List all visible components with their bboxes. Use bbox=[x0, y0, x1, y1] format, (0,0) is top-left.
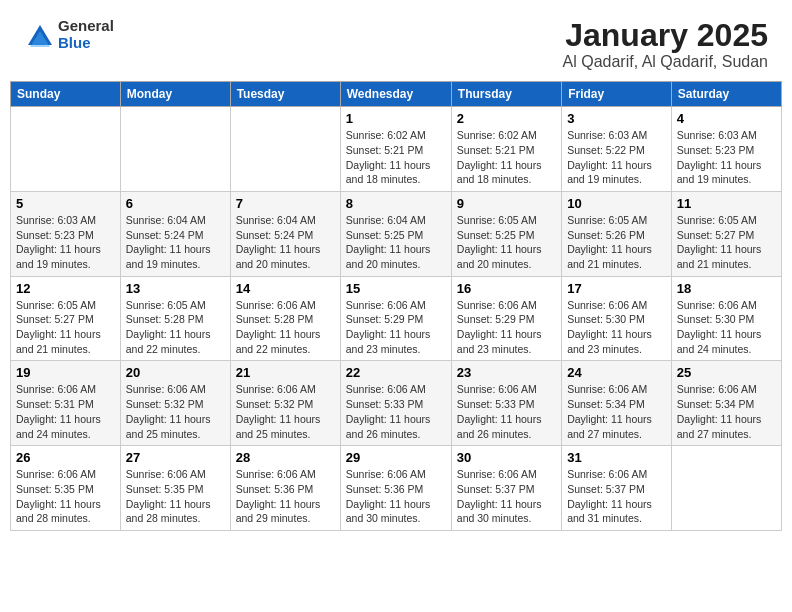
calendar-cell: 10Sunrise: 6:05 AM Sunset: 5:26 PM Dayli… bbox=[562, 191, 672, 276]
day-number: 31 bbox=[567, 450, 666, 465]
calendar-table: SundayMondayTuesdayWednesdayThursdayFrid… bbox=[10, 81, 782, 531]
logo: General Blue bbox=[24, 18, 114, 51]
day-info: Sunrise: 6:06 AM Sunset: 5:34 PM Dayligh… bbox=[677, 382, 776, 441]
calendar-cell: 11Sunrise: 6:05 AM Sunset: 5:27 PM Dayli… bbox=[671, 191, 781, 276]
day-info: Sunrise: 6:06 AM Sunset: 5:29 PM Dayligh… bbox=[346, 298, 446, 357]
logo-blue: Blue bbox=[58, 35, 114, 52]
calendar-cell: 16Sunrise: 6:06 AM Sunset: 5:29 PM Dayli… bbox=[451, 276, 561, 361]
calendar-cell: 27Sunrise: 6:06 AM Sunset: 5:35 PM Dayli… bbox=[120, 446, 230, 531]
title-block: January 2025 Al Qadarif, Al Qadarif, Sud… bbox=[563, 18, 768, 71]
day-number: 7 bbox=[236, 196, 335, 211]
day-number: 26 bbox=[16, 450, 115, 465]
day-number: 20 bbox=[126, 365, 225, 380]
day-number: 27 bbox=[126, 450, 225, 465]
day-info: Sunrise: 6:02 AM Sunset: 5:21 PM Dayligh… bbox=[346, 128, 446, 187]
calendar-header-row: SundayMondayTuesdayWednesdayThursdayFrid… bbox=[11, 82, 782, 107]
day-number: 21 bbox=[236, 365, 335, 380]
day-header-thursday: Thursday bbox=[451, 82, 561, 107]
calendar-cell: 9Sunrise: 6:05 AM Sunset: 5:25 PM Daylig… bbox=[451, 191, 561, 276]
logo-icon bbox=[24, 21, 52, 49]
day-number: 19 bbox=[16, 365, 115, 380]
calendar-cell: 8Sunrise: 6:04 AM Sunset: 5:25 PM Daylig… bbox=[340, 191, 451, 276]
day-info: Sunrise: 6:03 AM Sunset: 5:23 PM Dayligh… bbox=[16, 213, 115, 272]
calendar-cell bbox=[230, 107, 340, 192]
calendar-week-row: 12Sunrise: 6:05 AM Sunset: 5:27 PM Dayli… bbox=[11, 276, 782, 361]
day-number: 9 bbox=[457, 196, 556, 211]
page-subtitle: Al Qadarif, Al Qadarif, Sudan bbox=[563, 53, 768, 71]
day-info: Sunrise: 6:06 AM Sunset: 5:32 PM Dayligh… bbox=[126, 382, 225, 441]
day-info: Sunrise: 6:03 AM Sunset: 5:23 PM Dayligh… bbox=[677, 128, 776, 187]
day-number: 15 bbox=[346, 281, 446, 296]
calendar-cell: 23Sunrise: 6:06 AM Sunset: 5:33 PM Dayli… bbox=[451, 361, 561, 446]
calendar-cell: 13Sunrise: 6:05 AM Sunset: 5:28 PM Dayli… bbox=[120, 276, 230, 361]
day-number: 2 bbox=[457, 111, 556, 126]
day-info: Sunrise: 6:06 AM Sunset: 5:29 PM Dayligh… bbox=[457, 298, 556, 357]
calendar-cell: 6Sunrise: 6:04 AM Sunset: 5:24 PM Daylig… bbox=[120, 191, 230, 276]
calendar-cell: 26Sunrise: 6:06 AM Sunset: 5:35 PM Dayli… bbox=[11, 446, 121, 531]
day-info: Sunrise: 6:06 AM Sunset: 5:31 PM Dayligh… bbox=[16, 382, 115, 441]
calendar-cell bbox=[11, 107, 121, 192]
day-info: Sunrise: 6:06 AM Sunset: 5:33 PM Dayligh… bbox=[457, 382, 556, 441]
calendar-cell: 28Sunrise: 6:06 AM Sunset: 5:36 PM Dayli… bbox=[230, 446, 340, 531]
calendar-cell: 7Sunrise: 6:04 AM Sunset: 5:24 PM Daylig… bbox=[230, 191, 340, 276]
calendar-week-row: 26Sunrise: 6:06 AM Sunset: 5:35 PM Dayli… bbox=[11, 446, 782, 531]
calendar-cell: 25Sunrise: 6:06 AM Sunset: 5:34 PM Dayli… bbox=[671, 361, 781, 446]
day-number: 23 bbox=[457, 365, 556, 380]
calendar-cell: 12Sunrise: 6:05 AM Sunset: 5:27 PM Dayli… bbox=[11, 276, 121, 361]
calendar-week-row: 19Sunrise: 6:06 AM Sunset: 5:31 PM Dayli… bbox=[11, 361, 782, 446]
day-info: Sunrise: 6:04 AM Sunset: 5:24 PM Dayligh… bbox=[236, 213, 335, 272]
day-info: Sunrise: 6:05 AM Sunset: 5:27 PM Dayligh… bbox=[677, 213, 776, 272]
day-number: 28 bbox=[236, 450, 335, 465]
calendar-cell: 30Sunrise: 6:06 AM Sunset: 5:37 PM Dayli… bbox=[451, 446, 561, 531]
day-info: Sunrise: 6:03 AM Sunset: 5:22 PM Dayligh… bbox=[567, 128, 666, 187]
calendar-cell bbox=[120, 107, 230, 192]
calendar-cell: 24Sunrise: 6:06 AM Sunset: 5:34 PM Dayli… bbox=[562, 361, 672, 446]
day-header-friday: Friday bbox=[562, 82, 672, 107]
day-info: Sunrise: 6:06 AM Sunset: 5:28 PM Dayligh… bbox=[236, 298, 335, 357]
day-info: Sunrise: 6:06 AM Sunset: 5:36 PM Dayligh… bbox=[346, 467, 446, 526]
day-info: Sunrise: 6:05 AM Sunset: 5:26 PM Dayligh… bbox=[567, 213, 666, 272]
day-header-monday: Monday bbox=[120, 82, 230, 107]
calendar-cell: 22Sunrise: 6:06 AM Sunset: 5:33 PM Dayli… bbox=[340, 361, 451, 446]
calendar-cell: 2Sunrise: 6:02 AM Sunset: 5:21 PM Daylig… bbox=[451, 107, 561, 192]
day-info: Sunrise: 6:06 AM Sunset: 5:30 PM Dayligh… bbox=[677, 298, 776, 357]
calendar-cell: 21Sunrise: 6:06 AM Sunset: 5:32 PM Dayli… bbox=[230, 361, 340, 446]
logo-text: General Blue bbox=[58, 18, 114, 51]
calendar-cell: 4Sunrise: 6:03 AM Sunset: 5:23 PM Daylig… bbox=[671, 107, 781, 192]
day-number: 1 bbox=[346, 111, 446, 126]
calendar-week-row: 1Sunrise: 6:02 AM Sunset: 5:21 PM Daylig… bbox=[11, 107, 782, 192]
day-number: 6 bbox=[126, 196, 225, 211]
calendar-cell: 20Sunrise: 6:06 AM Sunset: 5:32 PM Dayli… bbox=[120, 361, 230, 446]
day-number: 13 bbox=[126, 281, 225, 296]
day-info: Sunrise: 6:05 AM Sunset: 5:28 PM Dayligh… bbox=[126, 298, 225, 357]
day-info: Sunrise: 6:05 AM Sunset: 5:27 PM Dayligh… bbox=[16, 298, 115, 357]
calendar-cell: 1Sunrise: 6:02 AM Sunset: 5:21 PM Daylig… bbox=[340, 107, 451, 192]
page-header: General Blue January 2025 Al Qadarif, Al… bbox=[0, 0, 792, 81]
day-info: Sunrise: 6:02 AM Sunset: 5:21 PM Dayligh… bbox=[457, 128, 556, 187]
day-number: 22 bbox=[346, 365, 446, 380]
day-number: 12 bbox=[16, 281, 115, 296]
day-number: 3 bbox=[567, 111, 666, 126]
calendar-cell: 17Sunrise: 6:06 AM Sunset: 5:30 PM Dayli… bbox=[562, 276, 672, 361]
page-title: January 2025 bbox=[563, 18, 768, 53]
day-number: 16 bbox=[457, 281, 556, 296]
calendar-week-row: 5Sunrise: 6:03 AM Sunset: 5:23 PM Daylig… bbox=[11, 191, 782, 276]
day-info: Sunrise: 6:06 AM Sunset: 5:35 PM Dayligh… bbox=[16, 467, 115, 526]
day-number: 25 bbox=[677, 365, 776, 380]
day-number: 4 bbox=[677, 111, 776, 126]
day-info: Sunrise: 6:06 AM Sunset: 5:37 PM Dayligh… bbox=[457, 467, 556, 526]
calendar-cell: 29Sunrise: 6:06 AM Sunset: 5:36 PM Dayli… bbox=[340, 446, 451, 531]
day-number: 17 bbox=[567, 281, 666, 296]
calendar-cell: 31Sunrise: 6:06 AM Sunset: 5:37 PM Dayli… bbox=[562, 446, 672, 531]
day-number: 14 bbox=[236, 281, 335, 296]
day-info: Sunrise: 6:04 AM Sunset: 5:24 PM Dayligh… bbox=[126, 213, 225, 272]
logo-general: General bbox=[58, 18, 114, 35]
day-info: Sunrise: 6:05 AM Sunset: 5:25 PM Dayligh… bbox=[457, 213, 556, 272]
calendar-cell: 15Sunrise: 6:06 AM Sunset: 5:29 PM Dayli… bbox=[340, 276, 451, 361]
day-number: 24 bbox=[567, 365, 666, 380]
day-header-wednesday: Wednesday bbox=[340, 82, 451, 107]
day-header-sunday: Sunday bbox=[11, 82, 121, 107]
day-info: Sunrise: 6:06 AM Sunset: 5:32 PM Dayligh… bbox=[236, 382, 335, 441]
calendar-cell: 19Sunrise: 6:06 AM Sunset: 5:31 PM Dayli… bbox=[11, 361, 121, 446]
day-info: Sunrise: 6:06 AM Sunset: 5:33 PM Dayligh… bbox=[346, 382, 446, 441]
